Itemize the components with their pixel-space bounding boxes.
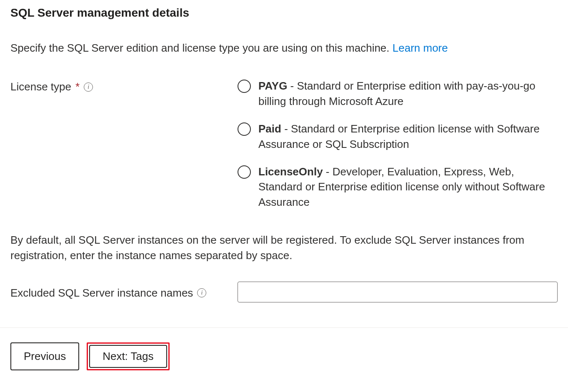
excluded-label-col: Excluded SQL Server instance names i: [10, 285, 238, 300]
option-desc: - Standard or Enterprise edition with pa…: [258, 80, 535, 107]
radio-circle-icon[interactable]: [238, 165, 251, 179]
license-options: PAYG - Standard or Enterprise edition wi…: [238, 78, 558, 210]
radio-circle-icon[interactable]: [238, 122, 251, 136]
radio-option-payg[interactable]: PAYG - Standard or Enterprise edition wi…: [238, 78, 558, 109]
previous-button[interactable]: Previous: [10, 342, 79, 370]
radio-option-paid[interactable]: Paid - Standard or Enterprise edition li…: [238, 121, 558, 152]
wizard-button-bar: Previous Next: Tags: [10, 342, 558, 370]
footer-divider: [0, 327, 568, 328]
excluded-body-text: By default, all SQL Server instances on …: [10, 232, 558, 263]
intro-paragraph: Specify the SQL Server edition and licen…: [10, 40, 558, 55]
next-tags-button[interactable]: Next: Tags: [89, 345, 167, 368]
intro-text: Specify the SQL Server edition and licen…: [10, 42, 393, 54]
option-name: LicenseOnly: [258, 165, 323, 178]
license-type-label: License type: [10, 80, 71, 93]
license-type-row: License type * i PAYG - Standard or Ente…: [10, 78, 558, 210]
excluded-instances-row: Excluded SQL Server instance names i: [10, 282, 558, 302]
info-icon[interactable]: i: [197, 288, 206, 297]
option-name: Paid: [258, 122, 281, 135]
section-title: SQL Server management details: [10, 6, 558, 20]
radio-label: PAYG - Standard or Enterprise edition wi…: [258, 78, 558, 109]
license-type-label-col: License type * i: [10, 78, 238, 93]
required-marker: *: [75, 80, 80, 93]
excluded-label: Excluded SQL Server instance names: [10, 287, 193, 300]
radio-label: LicenseOnly - Developer, Evaluation, Exp…: [258, 164, 558, 210]
radio-option-licenseonly[interactable]: LicenseOnly - Developer, Evaluation, Exp…: [238, 164, 558, 210]
info-icon[interactable]: i: [84, 82, 93, 92]
option-desc: - Standard or Enterprise edition license…: [258, 122, 540, 150]
excluded-instances-input[interactable]: [238, 282, 558, 302]
highlight-frame: Next: Tags: [87, 342, 169, 370]
radio-circle-icon[interactable]: [238, 80, 251, 93]
option-name: PAYG: [258, 80, 287, 92]
learn-more-link[interactable]: Learn more: [393, 42, 448, 54]
radio-label: Paid - Standard or Enterprise edition li…: [258, 121, 558, 152]
